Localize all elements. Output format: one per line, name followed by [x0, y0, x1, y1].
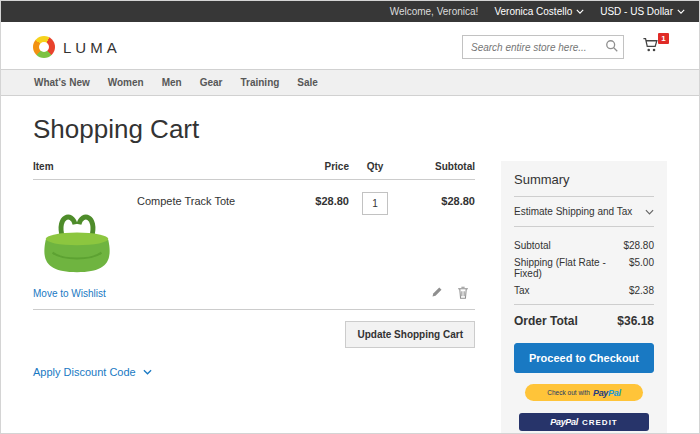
- product-image[interactable]: [33, 192, 121, 280]
- cart-items-section: Item Price Qty Subtotal: [33, 161, 475, 380]
- column-header-item: Item: [33, 161, 287, 172]
- subtotal-row: Subtotal $28.80: [514, 240, 654, 251]
- item-cell: Compete Track Tote: [33, 192, 287, 280]
- update-cart-button[interactable]: Update Shopping Cart: [345, 321, 475, 348]
- account-name: Veronica Costello: [494, 6, 572, 17]
- discount-label: Apply Discount Code: [33, 366, 136, 378]
- estimate-shipping-toggle[interactable]: Estimate Shipping and Tax: [514, 197, 654, 227]
- nav-item-sale[interactable]: Sale: [288, 70, 327, 95]
- edit-item-icon[interactable]: [431, 286, 443, 299]
- order-total-row: Order Total $36.18: [514, 304, 654, 328]
- shipping-value: $5.00: [629, 257, 654, 279]
- qty-cell: [349, 192, 401, 280]
- tax-value: $2.38: [629, 285, 654, 296]
- header-right: 1: [462, 35, 667, 59]
- cart-footer: Update Shopping Cart: [33, 310, 475, 348]
- cart-item-row: Compete Track Tote $28.80 $28.80: [33, 180, 475, 284]
- paypal-checkout-button[interactable]: Check out with PayPal: [525, 384, 643, 401]
- product-name[interactable]: Compete Track Tote: [137, 195, 235, 280]
- item-action-icons: [431, 286, 475, 299]
- search-icon[interactable]: [605, 39, 619, 53]
- account-menu[interactable]: Veronica Costello: [494, 6, 584, 17]
- search-box: [462, 35, 624, 59]
- logo-text: LUMA: [63, 39, 121, 56]
- paypal-logo: PayPal: [593, 388, 621, 398]
- chevron-down-icon: [576, 9, 584, 14]
- totals-table: Subtotal $28.80 Shipping (Flat Rate - Fi…: [514, 227, 654, 330]
- order-total-value: $36.18: [617, 314, 654, 328]
- summary-panel: Summary Estimate Shipping and Tax Subtot…: [501, 161, 667, 434]
- nav-item-whats-new[interactable]: What's New: [25, 70, 99, 95]
- currency-label: USD - US Dollar: [600, 6, 673, 17]
- chevron-down-icon: [645, 209, 654, 215]
- luma-logo-icon: [33, 36, 55, 58]
- summary-title: Summary: [514, 172, 654, 197]
- paypal-credit-word: CREDIT: [582, 418, 618, 427]
- column-header-subtotal: Subtotal: [401, 161, 475, 172]
- minicart-button[interactable]: 1: [642, 37, 667, 57]
- main-nav: What's New Women Men Gear Training Sale: [1, 69, 699, 96]
- tax-row: Tax $2.38: [514, 285, 654, 296]
- main-content: Item Price Qty Subtotal: [1, 161, 699, 434]
- item-actions-row: Move to Wishlist: [33, 284, 475, 310]
- currency-menu[interactable]: USD - US Dollar: [600, 6, 685, 17]
- column-header-qty: Qty: [349, 161, 401, 172]
- paypal-checkout-prefix: Check out with: [547, 389, 590, 396]
- shipping-label: Shipping (Flat Rate - Fixed): [514, 257, 629, 279]
- shopping-cart-page: Welcome, Veronica! Veronica Costello USD…: [0, 0, 700, 434]
- page-title: Shopping Cart: [33, 114, 667, 145]
- paypal-credit-logo: PayPal: [550, 417, 578, 427]
- nav-item-training[interactable]: Training: [231, 70, 288, 95]
- cart-icon: [642, 39, 659, 56]
- proceed-to-checkout-button[interactable]: Proceed to Checkout: [514, 343, 654, 373]
- top-bar: Welcome, Veronica! Veronica Costello USD…: [1, 1, 699, 22]
- item-subtotal: $28.80: [401, 195, 475, 280]
- subtotal-value: $28.80: [623, 240, 654, 251]
- shipping-row: Shipping (Flat Rate - Fixed) $5.00: [514, 257, 654, 279]
- apply-discount-toggle[interactable]: Apply Discount Code: [33, 366, 152, 378]
- chevron-down-icon: [143, 369, 152, 375]
- estimate-label: Estimate Shipping and Tax: [514, 206, 632, 217]
- nav-item-men[interactable]: Men: [153, 70, 191, 95]
- qty-input[interactable]: [362, 192, 388, 215]
- site-header: LUMA 1: [1, 22, 699, 69]
- subtotal-label: Subtotal: [514, 240, 551, 251]
- nav-item-gear[interactable]: Gear: [191, 70, 232, 95]
- cart-table-header: Item Price Qty Subtotal: [33, 161, 475, 180]
- move-to-wishlist-link[interactable]: Move to Wishlist: [33, 288, 106, 299]
- tax-label: Tax: [514, 285, 530, 296]
- welcome-message: Welcome, Veronica!: [390, 6, 479, 17]
- remove-item-icon[interactable]: [457, 286, 469, 299]
- order-total-label: Order Total: [514, 314, 578, 328]
- chevron-down-icon: [677, 9, 685, 14]
- store-logo[interactable]: LUMA: [33, 36, 121, 58]
- nav-item-women[interactable]: Women: [99, 70, 153, 95]
- column-header-price: Price: [287, 161, 349, 172]
- item-price: $28.80: [287, 195, 349, 280]
- search-input[interactable]: [462, 35, 624, 59]
- cart-count-badge: 1: [658, 33, 669, 44]
- paypal-credit-button[interactable]: PayPal CREDIT: [519, 413, 649, 431]
